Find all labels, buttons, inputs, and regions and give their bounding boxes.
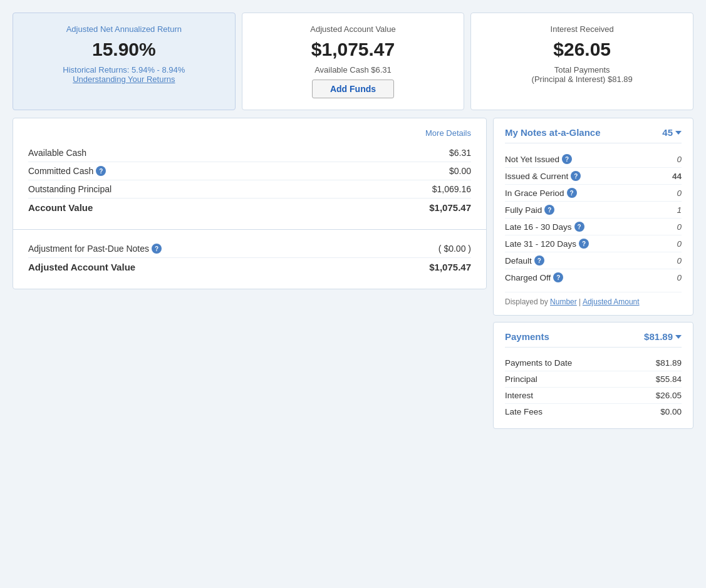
account-section-adjustment: Adjustment for Past-Due Notes ? ( $0.00 … — [13, 230, 486, 289]
available-cash-text: Available Cash $6.31 — [255, 65, 452, 75]
notes-row-label: Fully Paid ? — [505, 205, 554, 215]
interest-received-card: Interest Received $26.05 Total Payments … — [470, 13, 693, 110]
payments-row-label: Principal — [505, 374, 537, 384]
main-container: Adjusted Net Annualized Return 15.90% Hi… — [13, 13, 693, 429]
payments-row-value: $55.84 — [656, 374, 682, 384]
help-icon[interactable]: ? — [534, 255, 544, 266]
account-row: Committed Cash ? $0.00 — [28, 162, 471, 180]
notes-row-value: 0 — [677, 239, 682, 249]
account-value-value: $1,075.47 — [255, 39, 452, 60]
notes-row-label: Late 31 - 120 Days ? — [505, 239, 589, 249]
account-row: Available Cash $6.31 — [28, 144, 471, 162]
notes-row-value: 0 — [677, 222, 682, 232]
total-payments-label: Total Payments (Principal & Interest) $8… — [484, 65, 680, 84]
notes-row-value: 1 — [677, 205, 682, 215]
payments-title: Payments — [505, 331, 549, 342]
right-panel: My Notes at-a-Glance 45 Not Yet Issued ?… — [493, 118, 693, 429]
account-value-title: Adjusted Account Value — [255, 24, 452, 34]
help-icon[interactable]: ? — [574, 222, 584, 232]
help-icon[interactable]: ? — [544, 205, 554, 215]
interest-received-title: Interest Received — [484, 24, 680, 34]
help-icon[interactable]: ? — [553, 272, 563, 282]
more-details-link[interactable]: More Details — [28, 128, 471, 138]
notes-row: In Grace Period ? 0 — [505, 185, 682, 202]
account-adjustment-label: Adjustment for Past-Due Notes ? — [28, 244, 162, 254]
notes-row-value: 0 — [677, 155, 682, 164]
notes-row-label: Charged Off ? — [505, 272, 563, 282]
help-icon[interactable]: ? — [571, 171, 581, 181]
payments-row: Principal $55.84 — [505, 371, 682, 388]
notes-row-value: 0 — [677, 273, 682, 282]
notes-title: My Notes at-a-Glance — [505, 127, 601, 138]
account-row-value: $0.00 — [449, 166, 471, 176]
notes-row-label: Not Yet Issued ? — [505, 154, 572, 164]
account-row-value: $6.31 — [449, 148, 471, 158]
account-row-label: Committed Cash ? — [28, 166, 106, 176]
account-adjustment-label: Adjusted Account Value — [28, 262, 135, 272]
payments-row: Late Fees $0.00 — [505, 404, 682, 420]
payments-row-label: Late Fees — [505, 407, 542, 416]
account-adjustment-value: ( $0.00 ) — [439, 244, 471, 254]
payments-row-label: Payments to Date — [505, 358, 572, 368]
notes-number-link[interactable]: Number — [550, 297, 577, 306]
notes-chevron-icon[interactable] — [675, 131, 682, 135]
payments-row-label: Interest — [505, 391, 533, 400]
payments-card: Payments $81.89 Payments to Date $81.89 … — [493, 322, 693, 429]
help-icon[interactable]: ? — [152, 244, 162, 254]
account-row-value: $1,069.16 — [432, 184, 471, 194]
account-rows-main: Available Cash $6.31 Committed Cash ? $0… — [28, 144, 471, 217]
notes-row: Fully Paid ? 1 — [505, 202, 682, 219]
notes-row: Default ? 0 — [505, 252, 682, 269]
notes-adjusted-link[interactable]: Adjusted Amount — [583, 297, 640, 306]
interest-received-value: $26.05 — [484, 39, 680, 60]
help-icon[interactable]: ? — [96, 166, 106, 176]
notes-card-header: My Notes at-a-Glance 45 — [505, 127, 682, 143]
account-row: Outstanding Principal $1,069.16 — [28, 180, 471, 199]
account-row-label: Account Value — [28, 202, 93, 213]
add-funds-button[interactable]: Add Funds — [312, 80, 394, 98]
payments-row-value: $81.89 — [656, 358, 682, 368]
help-icon[interactable]: ? — [579, 239, 589, 249]
account-card: More Details Available Cash $6.31 Commit… — [13, 118, 487, 289]
account-section-main: More Details Available Cash $6.31 Commit… — [13, 118, 486, 230]
adjusted-return-card: Adjusted Net Annualized Return 15.90% Hi… — [13, 13, 236, 110]
notes-row: Issued & Current ? 44 — [505, 168, 682, 185]
payments-row-value: $26.05 — [656, 391, 682, 400]
payments-row-value: $0.00 — [660, 407, 682, 416]
account-row-label: Outstanding Principal — [28, 184, 112, 194]
account-adjustment-value: $1,075.47 — [429, 262, 471, 272]
notes-row-value: 0 — [677, 256, 682, 266]
notes-total: 45 — [662, 127, 682, 138]
payments-row: Interest $26.05 — [505, 388, 682, 404]
top-row: Adjusted Net Annualized Return 15.90% Hi… — [13, 13, 693, 110]
notes-rows: Not Yet Issued ? 0 Issued & Current ? 44… — [505, 151, 682, 286]
understanding-returns-link[interactable]: Understanding Your Returns — [26, 75, 222, 84]
payments-total: $81.89 — [644, 331, 682, 342]
notes-footer: Displayed by Number | Adjusted Amount — [505, 292, 682, 306]
payments-chevron-icon[interactable] — [675, 335, 682, 339]
account-value-card: Adjusted Account Value $1,075.47 Availab… — [242, 13, 465, 110]
help-icon[interactable]: ? — [562, 154, 572, 164]
adjusted-return-title: Adjusted Net Annualized Return — [26, 24, 222, 34]
notes-row-label: Default ? — [505, 255, 544, 266]
bottom-row: More Details Available Cash $6.31 Commit… — [13, 118, 693, 429]
adjusted-return-value: 15.90% — [26, 39, 222, 60]
notes-row-value: 0 — [677, 188, 682, 198]
notes-card: My Notes at-a-Glance 45 Not Yet Issued ?… — [493, 118, 693, 316]
notes-row-value: 44 — [672, 172, 682, 181]
notes-row-label: Issued & Current ? — [505, 171, 581, 181]
account-row-value: $1,075.47 — [429, 202, 471, 213]
account-rows-adjustment: Adjustment for Past-Due Notes ? ( $0.00 … — [28, 240, 471, 276]
account-adjustment-row: Adjusted Account Value $1,075.47 — [28, 258, 471, 276]
notes-row: Not Yet Issued ? 0 — [505, 151, 682, 168]
notes-row: Late 16 - 30 Days ? 0 — [505, 219, 682, 235]
notes-row-label: Late 16 - 30 Days ? — [505, 222, 584, 232]
account-row: Account Value $1,075.47 — [28, 199, 471, 217]
historical-returns-text: Historical Returns: 5.94% - 8.94% — [26, 65, 222, 75]
left-panel: More Details Available Cash $6.31 Commit… — [13, 118, 487, 289]
account-row-label: Available Cash — [28, 148, 86, 158]
notes-row: Late 31 - 120 Days ? 0 — [505, 235, 682, 252]
notes-row: Charged Off ? 0 — [505, 269, 682, 286]
account-adjustment-row: Adjustment for Past-Due Notes ? ( $0.00 … — [28, 240, 471, 258]
help-icon[interactable]: ? — [567, 188, 577, 198]
